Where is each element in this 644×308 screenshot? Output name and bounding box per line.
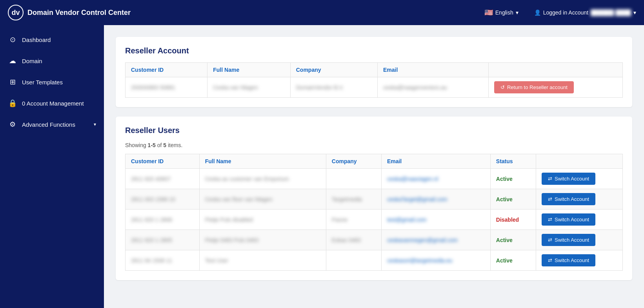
col-customer-id: Customer ID (126, 63, 207, 77)
flag-icon: 🇺🇸 (484, 8, 493, 17)
main-content: Reseller Account Customer ID Full Name C… (104, 25, 644, 308)
templates-icon: ⊞ (8, 78, 17, 86)
user-full-name: Ceska as customer van Emporium (199, 169, 326, 189)
sidebar-item-label: Domain (22, 58, 42, 64)
table-row: 2811 820 1 2806 Pietje Puls disabled Pao… (126, 210, 623, 230)
user-email: ceskaTarget@gmail.com (381, 189, 490, 210)
app-logo: dv Domain Vendor Control Center (8, 5, 131, 20)
user-status: Active (490, 169, 536, 189)
switch-icon: ⇄ (548, 217, 552, 222)
return-button-label: Return to Reseller account (507, 84, 568, 90)
sidebar-item-label: 0 Account Management (22, 100, 84, 107)
switch-account-button[interactable]: ⇄ Switch Account (542, 213, 595, 226)
language-selector[interactable]: 🇺🇸 English ▾ (484, 8, 518, 17)
user-status: Active (490, 189, 536, 210)
app-title: Domain Vendor Control Center (27, 9, 131, 17)
user-email: ceskavanmegen@gmail.com (381, 230, 490, 250)
switch-account-label: Switch Account (555, 257, 589, 263)
account-chevron-icon: ▾ (633, 9, 636, 16)
sidebar-item-domain[interactable]: ☁ Domain (0, 50, 104, 71)
user-customer-id: 2811 003 1588 10 (126, 189, 200, 210)
sidebar-item-user-templates[interactable]: ⊞ User Templates (0, 71, 104, 93)
switch-button-cell: ⇄ Switch Account (536, 169, 622, 189)
col-full-name: Full Name (199, 154, 326, 169)
user-status: Active (490, 230, 536, 250)
user-customer-id: 2811 820 1 2805 (126, 230, 200, 250)
return-button-cell: ↺ Return to Reseller account (488, 77, 622, 98)
switch-account-button[interactable]: ⇄ Switch Account (542, 254, 595, 266)
user-email: ceska@naaviagen.nl (381, 169, 490, 189)
dashboard-icon: ⊙ (8, 35, 17, 44)
sidebar-item-label: Dashboard (22, 36, 51, 43)
switch-account-button[interactable]: ⇄ Switch Account (542, 193, 595, 205)
cloud-icon: ☁ (8, 56, 17, 65)
user-email: test@gmail.com (381, 210, 490, 230)
reseller-account-title: Reseller Account (125, 46, 623, 55)
reseller-users-card: Reseller Users Showing 1-5 of 5 items. C… (116, 117, 632, 280)
chevron-down-icon: ▾ (94, 122, 96, 127)
user-company: Paone (326, 210, 381, 230)
user-email: ceskasori@targetmedia.eu (381, 250, 490, 271)
switch-account-label: Switch Account (555, 176, 589, 182)
user-full-name: Pietje 0483 Puls 0483 (199, 230, 326, 250)
reseller-account-card: Reseller Account Customer ID Full Name C… (116, 37, 632, 107)
col-customer-id: Customer ID (126, 154, 200, 169)
showing-range: 1-5 (148, 142, 156, 148)
reseller-full-name: Ceska van Nlagen (207, 77, 290, 98)
lock-icon: 🔒 (8, 99, 17, 108)
col-action (488, 63, 622, 77)
col-company: Company (326, 154, 381, 169)
sidebar-item-label: Advanced Functions (22, 121, 75, 128)
sidebar-item-dashboard[interactable]: ⊙ Dashboard (0, 29, 104, 50)
return-icon: ↺ (500, 84, 505, 90)
return-to-reseller-button[interactable]: ↺ Return to Reseller account (494, 81, 574, 93)
switch-account-label: Switch Account (555, 237, 589, 243)
gear-icon: ⚙ (8, 120, 17, 129)
reseller-email: ceska@naagenventors.au (377, 77, 488, 98)
user-customer-id: 2811 820 40807 (126, 169, 200, 189)
col-full-name: Full Name (207, 63, 290, 77)
switch-button-cell: ⇄ Switch Account (536, 250, 622, 271)
user-full-name: Pietje Puls disabled (199, 210, 326, 230)
switch-icon: ⇄ (548, 237, 552, 243)
sidebar-item-account-management[interactable]: 🔒 0 Account Management (0, 93, 104, 114)
switch-button-cell: ⇄ Switch Account (536, 230, 622, 250)
col-email: Email (377, 63, 488, 77)
sidebar: ⊙ Dashboard ☁ Domain ⊞ User Templates 🔒 … (0, 25, 104, 308)
top-navigation: dv Domain Vendor Control Center 🇺🇸 Engli… (0, 0, 644, 25)
user-full-name: Test User (199, 250, 326, 271)
user-icon: 👤 (534, 9, 541, 16)
switch-account-button[interactable]: ⇄ Switch Account (542, 234, 595, 246)
switch-icon: ⇄ (548, 176, 552, 182)
reseller-users-table: Customer ID Full Name Company Email Stat… (125, 154, 623, 271)
account-info[interactable]: 👤 Logged in Account ██████ ████ ▾ (534, 9, 636, 16)
user-company: Eskao 0483 (326, 230, 381, 250)
sidebar-item-label: User Templates (22, 79, 63, 86)
switch-account-label: Switch Account (555, 217, 589, 222)
user-company: Targetmedia (326, 189, 381, 210)
switch-icon: ⇄ (548, 196, 552, 202)
language-chevron-icon: ▾ (516, 9, 518, 16)
col-email: Email (381, 154, 490, 169)
reseller-customer-id: 293000883 50881 (126, 77, 207, 98)
user-company (326, 169, 381, 189)
sidebar-item-advanced-functions[interactable]: ⚙ Advanced Functions ▾ (0, 114, 104, 135)
col-company: Company (290, 63, 377, 77)
user-status: Disabled (490, 210, 536, 230)
logged-in-label: Logged in Account (543, 9, 588, 16)
language-label: English (495, 9, 513, 16)
logo-icon: dv (8, 5, 24, 20)
reseller-account-table: Customer ID Full Name Company Email 2930… (125, 62, 623, 98)
switch-account-label: Switch Account (555, 196, 589, 202)
account-id: ██████ ████ (591, 9, 631, 16)
showing-count: 5 (163, 142, 166, 148)
switch-account-button[interactable]: ⇄ Switch Account (542, 173, 595, 185)
col-action (536, 154, 622, 169)
reseller-company: DomainVendor B.V. (290, 77, 377, 98)
table-row: 2811 003 1588 10 Ceska van floor van Nla… (126, 189, 623, 210)
table-row: 2811 84 1508 11 Test User ceskasori@targ… (126, 250, 623, 271)
showing-text: Showing 1-5 of 5 items. (125, 142, 623, 148)
table-row: 293000883 50881 Ceska van Nlagen DomainV… (126, 77, 623, 98)
user-customer-id: 2811 820 1 2806 (126, 210, 200, 230)
user-company (326, 250, 381, 271)
